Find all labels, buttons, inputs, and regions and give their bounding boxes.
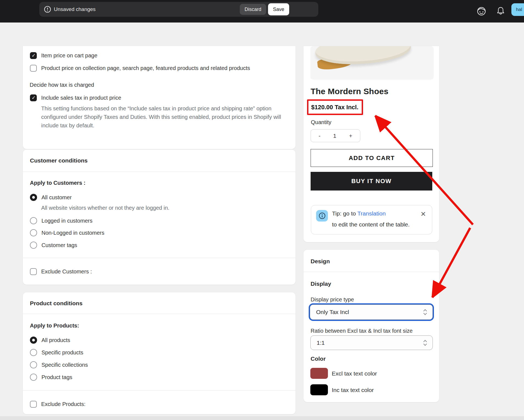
radio-row-non-logged-in[interactable]: Non-Logged in customers	[30, 229, 104, 237]
ratio-select[interactable]: 1:1	[310, 335, 433, 350]
product-preview-card: The Mordern Shoes $120.00 Tax Incl. Quan…	[303, 46, 439, 242]
top-bar: Unsaved changes Discard Save hal	[0, 0, 524, 23]
info-icon	[316, 210, 328, 222]
display-price-type-value: Only Tax Incl	[316, 309, 349, 315]
price-highlight-box: $120.00 Tax Incl.	[307, 99, 363, 115]
product-conditions-card: Product conditions Apply to Products: Al…	[23, 292, 296, 414]
checkbox-label: Item price on cart page	[41, 52, 97, 59]
alert-circle-icon	[44, 5, 51, 13]
radio-row-specific-collections[interactable]: Specific collections	[30, 361, 88, 369]
radio-row-customer-tags[interactable]: Customer tags	[30, 241, 77, 249]
radio-non-logged-in-customers[interactable]	[30, 229, 37, 236]
radio-row-all-products[interactable]: All products	[30, 336, 70, 344]
display-settings-clip: Main product price on product page Item …	[0, 46, 524, 156]
close-icon[interactable]: ✕	[420, 211, 426, 217]
excl-tax-color-label: Excl tax text color	[332, 370, 377, 377]
checkbox-exclude-products[interactable]	[30, 401, 37, 408]
radio-label: Specific collections	[41, 362, 88, 368]
checkbox-collection-price[interactable]	[30, 65, 37, 72]
radio-customer-tags[interactable]	[30, 242, 37, 249]
divider	[23, 258, 296, 258]
avatar[interactable]: hal	[511, 3, 524, 16]
apply-to-customers-label: Apply to Customers :	[30, 180, 85, 186]
divider	[23, 172, 296, 172]
checkbox-include-sales-tax[interactable]	[30, 94, 37, 101]
radio-label: Non-Logged in customers	[41, 230, 104, 236]
excl-tax-color-swatch[interactable]	[310, 368, 328, 379]
radio-label: All customer	[41, 194, 72, 201]
translation-link[interactable]: Translation	[357, 210, 386, 217]
exclude-products-row[interactable]: Exclude Products:	[30, 400, 85, 408]
ratio-value: 1:1	[317, 340, 325, 346]
radio-label: Product tags	[41, 374, 72, 380]
checkbox-label: Include sales tax in product price	[41, 95, 121, 101]
updown-chevron-icon	[423, 339, 428, 346]
radio-specific-products[interactable]	[30, 349, 37, 356]
checkbox-row[interactable]: Product price on collection page, search…	[30, 64, 250, 72]
customer-conditions-card: Customer conditions Apply to Customers :…	[23, 150, 296, 285]
radio-all-customer[interactable]	[30, 194, 37, 201]
sidekick-icon[interactable]	[476, 6, 487, 17]
quantity-label: Quantity	[311, 119, 331, 125]
checkbox-row[interactable]: Item price on cart page	[30, 52, 97, 59]
inc-tax-color-swatch[interactable]	[310, 384, 328, 395]
all-customer-description: All website visitors whether or not they…	[41, 205, 169, 211]
display-heading: Display	[311, 281, 331, 287]
apply-to-products-label: Apply to Products:	[30, 323, 79, 329]
tip-text-line1: Tip: go to Translation	[332, 210, 386, 217]
checkbox-row[interactable]: Include sales tax in product price	[30, 94, 121, 102]
radio-label: Specific products	[41, 349, 83, 356]
radio-label: Logged in customers	[41, 218, 93, 224]
design-title: Design	[311, 258, 330, 265]
display-price-type-label: Display price type	[311, 296, 354, 303]
divider	[303, 272, 439, 272]
save-button[interactable]: Save	[268, 3, 289, 15]
tip-banner: Tip: go to Translation to edit the conte…	[311, 205, 432, 234]
product-title: The Mordern Shoes	[311, 87, 388, 96]
radio-label: All products	[41, 337, 70, 343]
quantity-stepper[interactable]: - 1 +	[311, 129, 360, 142]
radio-label: Customer tags	[41, 242, 77, 248]
inc-tax-color-label: Inc tax text color	[332, 387, 374, 393]
buy-it-now-button[interactable]: BUY IT NOW	[311, 172, 432, 191]
customer-conditions-title: Customer conditions	[30, 157, 88, 164]
unsaved-changes-label: Unsaved changes	[54, 6, 96, 12]
product-image	[310, 46, 434, 80]
add-to-cart-button[interactable]: ADD TO CART	[311, 149, 433, 167]
checkbox-label: Product price on collection page, search…	[41, 65, 250, 71]
radio-all-products[interactable]	[30, 337, 37, 344]
quantity-increase-button[interactable]: +	[349, 133, 352, 139]
radio-specific-collections[interactable]	[30, 361, 37, 368]
display-settings-card: Main product price on product page Item …	[23, 46, 296, 149]
color-heading: Color	[311, 355, 326, 362]
divider	[23, 390, 296, 391]
product-price: $120.00 Tax Incl.	[308, 104, 358, 111]
radio-logged-in-customers[interactable]	[30, 217, 37, 224]
product-conditions-title: Product conditions	[30, 300, 82, 307]
exclude-customers-row[interactable]: Exclude Customers :	[30, 268, 92, 275]
design-card: Design Display Display price type Only T…	[303, 250, 439, 402]
display-price-type-select[interactable]: Only Tax Incl	[310, 304, 433, 320]
tax-setting-description: This setting functions based on the “Inc…	[41, 104, 291, 130]
radio-row-specific-products[interactable]: Specific products	[30, 349, 83, 356]
ratio-label: Ratio between Excl tax & Incl tax font s…	[311, 328, 412, 334]
radio-row-product-tags[interactable]: Product tags	[30, 373, 72, 381]
checkbox-label: Exclude Customers :	[41, 268, 92, 275]
radio-row-logged-in[interactable]: Logged in customers	[30, 217, 93, 225]
tax-charged-heading: Decide how tax is charged	[30, 82, 94, 88]
checkbox-exclude-customers[interactable]	[30, 268, 37, 275]
discard-button[interactable]: Discard	[240, 4, 266, 15]
bell-icon[interactable]	[495, 6, 506, 16]
page-bottom-strip	[0, 416, 524, 420]
checkbox-item-price-cart[interactable]	[30, 52, 37, 59]
tip-prefix: Tip: go to	[332, 210, 357, 217]
divider	[23, 314, 296, 314]
unsaved-changes-bar: Unsaved changes Discard Save	[39, 2, 318, 17]
quantity-decrease-button[interactable]: -	[319, 133, 320, 139]
radio-row-all-customer[interactable]: All customer	[30, 194, 72, 201]
radio-product-tags[interactable]	[30, 374, 37, 381]
tip-text-line2: to edit the content of the table.	[332, 221, 410, 228]
quantity-value: 1	[333, 133, 336, 139]
updown-chevron-icon	[423, 309, 428, 316]
checkbox-label: Exclude Products:	[41, 401, 85, 407]
